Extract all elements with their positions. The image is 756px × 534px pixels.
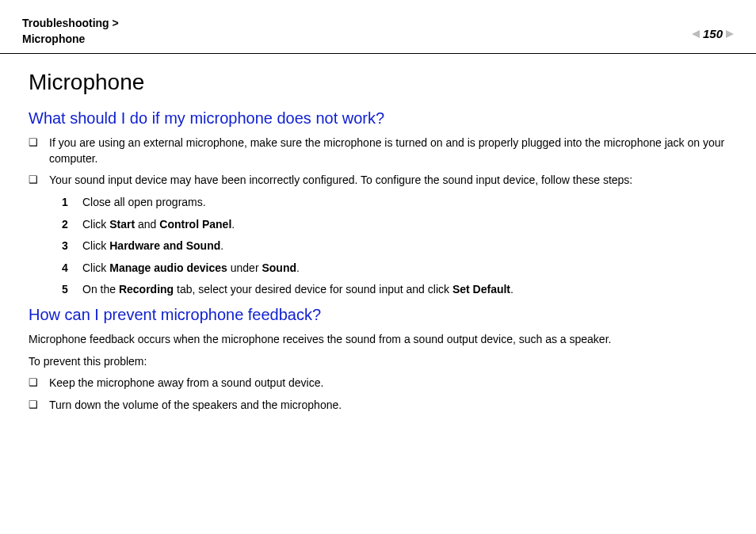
breadcrumb-current[interactable]: Microphone <box>22 32 85 45</box>
breadcrumb: Troubleshooting > Microphone <box>22 16 119 47</box>
section1-steps: 1Close all open programs. 2Click Start a… <box>29 195 727 298</box>
section2-intro: Microphone feedback occurs when the micr… <box>29 332 727 348</box>
prev-page-icon[interactable] <box>692 30 700 38</box>
page-header: Troubleshooting > Microphone 150 <box>0 0 756 53</box>
page-navigation: 150 <box>692 27 734 40</box>
page-number: 150 <box>703 27 723 40</box>
bullet-icon: ❑ <box>29 398 49 412</box>
bullet-text: Keep the microphone away from a sound ou… <box>49 376 727 391</box>
list-item: ❑ Turn down the volume of the speakers a… <box>29 398 727 414</box>
list-item: ❑ If you are using an external microphon… <box>29 135 727 166</box>
step-text: Click Manage audio devices under Sound. <box>82 261 727 277</box>
section2-bullets: ❑ Keep the microphone away from a sound … <box>29 376 727 413</box>
step-number: 5 <box>62 282 82 298</box>
step-item: 5On the Recording tab, select your desir… <box>62 282 727 298</box>
section1-bullets: ❑ If you are using an external microphon… <box>29 135 727 189</box>
bullet-icon: ❑ <box>29 135 49 150</box>
step-text: Click Hardware and Sound. <box>82 238 727 254</box>
bullet-icon: ❑ <box>29 376 49 390</box>
list-item: ❑ Your sound input device may have been … <box>29 173 727 189</box>
step-item: 2Click Start and Control Panel. <box>62 217 727 233</box>
step-text: Click Start and Control Panel. <box>82 217 727 233</box>
step-number: 2 <box>62 217 82 233</box>
page-content: Microphone What should I do if my microp… <box>0 54 756 413</box>
bullet-text: If you are using an external microphone,… <box>49 135 727 166</box>
list-item: ❑ Keep the microphone away from a sound … <box>29 376 727 391</box>
step-item: 1Close all open programs. <box>62 195 727 211</box>
section1-heading: What should I do if my microphone does n… <box>29 109 727 128</box>
breadcrumb-parent[interactable]: Troubleshooting <box>22 17 109 29</box>
section2-intro2: To prevent this problem: <box>29 354 727 370</box>
bullet-icon: ❑ <box>29 173 49 187</box>
section2-heading: How can I prevent microphone feedback? <box>29 306 727 324</box>
page-title: Microphone <box>29 70 727 95</box>
step-text: On the Recording tab, select your desire… <box>82 282 727 298</box>
step-number: 3 <box>62 238 82 254</box>
bullet-text: Turn down the volume of the speakers and… <box>49 398 727 414</box>
next-page-icon[interactable] <box>726 30 734 38</box>
breadcrumb-sep: > <box>109 17 119 29</box>
step-number: 1 <box>62 195 82 211</box>
step-text: Close all open programs. <box>82 195 727 211</box>
bullet-text: Your sound input device may have been in… <box>49 173 727 189</box>
step-item: 4Click Manage audio devices under Sound. <box>62 261 727 277</box>
step-number: 4 <box>62 261 82 277</box>
step-item: 3Click Hardware and Sound. <box>62 238 727 254</box>
